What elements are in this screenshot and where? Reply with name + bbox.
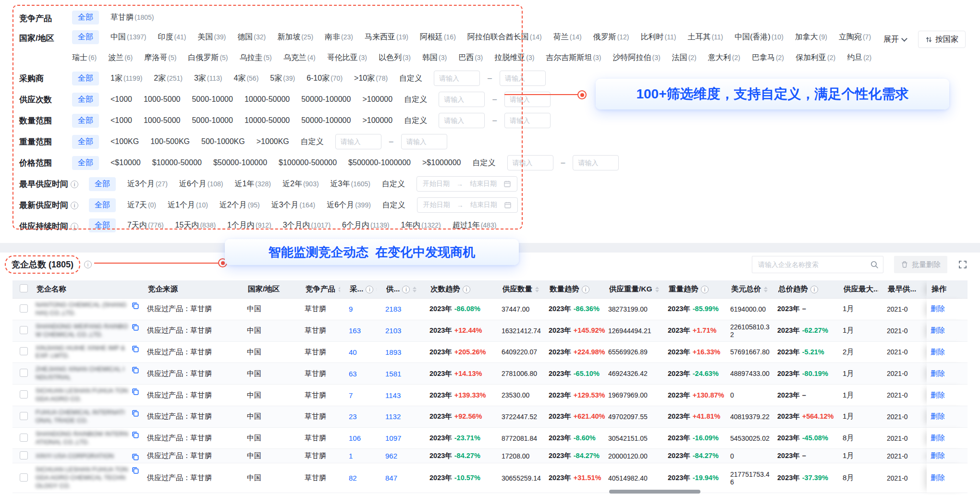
search-icon[interactable]	[870, 260, 879, 269]
filter-chip[interactable]: 吉尔吉斯斯坦(3)	[546, 51, 601, 65]
filter-chip[interactable]: 新加坡(25)	[277, 30, 313, 44]
range-min-input[interactable]	[507, 155, 553, 170]
sort-icon[interactable]	[655, 287, 659, 292]
filter-chip-all[interactable]: 全部	[72, 72, 99, 85]
copy-icon[interactable]	[131, 366, 139, 374]
filter-chip-all[interactable]: 全部	[72, 11, 99, 24]
filter-chip[interactable]: 15天内(838)	[175, 218, 216, 232]
filter-chip[interactable]: >$1000000	[422, 157, 461, 169]
filter-chip[interactable]: 加拿大(9)	[795, 30, 827, 44]
filter-chip[interactable]: 1000-5000	[144, 114, 181, 127]
filter-chip[interactable]: 近3年(1605)	[331, 177, 370, 191]
filter-chip-all[interactable]: 全部	[89, 218, 116, 232]
filter-chip[interactable]: $50000-100000	[213, 157, 267, 169]
filter-chip[interactable]: 1家(1199)	[110, 72, 142, 85]
filter-chip[interactable]: 草甘膦(1805)	[110, 11, 154, 24]
sort-icon[interactable]	[338, 287, 340, 292]
count-link[interactable]: 1581	[385, 370, 401, 378]
filter-chip[interactable]: 法国(2)	[672, 51, 697, 65]
row-checkbox[interactable]	[20, 390, 28, 398]
filter-chip[interactable]: 自定义	[301, 135, 324, 149]
delete-link[interactable]: 删除	[931, 369, 945, 377]
count-link[interactable]: 9	[349, 305, 353, 313]
filter-chip[interactable]: 波兰(6)	[108, 51, 133, 65]
range-min-input[interactable]	[439, 92, 485, 107]
filter-chip[interactable]: 3家(113)	[194, 72, 222, 85]
filter-chip[interactable]: 立陶宛(7)	[839, 30, 871, 44]
count-link[interactable]: 163	[349, 326, 361, 335]
filter-chip[interactable]: 美国(39)	[197, 30, 226, 44]
count-link[interactable]: 847	[385, 474, 397, 482]
row-checkbox[interactable]	[20, 369, 28, 377]
filter-chip-all[interactable]: 全部	[72, 135, 99, 149]
count-link[interactable]: 962	[385, 452, 397, 460]
sort-icon[interactable]	[413, 287, 416, 292]
copy-icon[interactable]	[131, 345, 139, 353]
copy-icon[interactable]	[131, 302, 139, 310]
filter-chip[interactable]: 阿根廷(16)	[420, 30, 456, 44]
filter-chip[interactable]: <$10000	[110, 157, 141, 169]
delete-link[interactable]: 删除	[931, 348, 945, 356]
count-link[interactable]: 82	[349, 474, 357, 482]
filter-chip[interactable]: 中国(香港)(10)	[735, 30, 784, 44]
row-checkbox[interactable]	[20, 304, 28, 313]
count-link[interactable]: 7	[349, 391, 353, 399]
copy-icon[interactable]	[131, 387, 139, 396]
select-all-checkbox[interactable]	[20, 284, 28, 292]
expand-button[interactable]: 展开	[883, 35, 906, 45]
delete-link[interactable]: 删除	[931, 434, 945, 442]
filter-chip[interactable]: >100000	[362, 114, 392, 127]
filter-chip[interactable]: 近1年(328)	[234, 177, 271, 191]
filter-chip[interactable]: 沙特阿拉伯(3)	[613, 51, 661, 65]
filter-chip[interactable]: 意大利(2)	[708, 51, 740, 65]
row-checkbox[interactable]	[20, 347, 28, 355]
range-min-input[interactable]	[335, 134, 381, 149]
filter-chip[interactable]: 巴西(3)	[458, 51, 483, 65]
filter-chip[interactable]: 哥伦比亚(3)	[327, 51, 367, 65]
filter-chip[interactable]: 自定义	[382, 198, 405, 212]
filter-chip[interactable]: $10000-50000	[152, 157, 202, 169]
filter-chip[interactable]: 印度(41)	[158, 30, 186, 44]
filter-chip[interactable]: 自定义	[404, 114, 427, 128]
filter-chip[interactable]: 1年内(1322)	[401, 218, 441, 232]
filter-chip[interactable]: 马来西亚(19)	[365, 30, 408, 44]
filter-chip[interactable]: 10000-50000	[245, 93, 290, 106]
filter-chip[interactable]: 中国(1397)	[110, 30, 146, 44]
filter-chip-all[interactable]: 全部	[72, 93, 99, 107]
count-link[interactable]: 2183	[385, 305, 401, 313]
filter-chip[interactable]: 5000-10000	[192, 93, 233, 106]
filter-chip[interactable]: 50000-100000	[301, 93, 351, 106]
filter-chip[interactable]: 土耳其(11)	[687, 30, 723, 44]
date-range-picker[interactable]: 开始日期→结束日期	[416, 176, 517, 192]
filter-chip[interactable]: 4家(56)	[234, 72, 259, 85]
delete-link[interactable]: 删除	[931, 326, 945, 334]
filter-chip[interactable]: 近3个月(164)	[271, 198, 316, 212]
count-link[interactable]: 2103	[385, 326, 401, 335]
filter-chip[interactable]: 500-1000KG	[201, 135, 245, 148]
count-link[interactable]: 1893	[385, 348, 401, 356]
count-link[interactable]: 1132	[385, 412, 401, 421]
filter-chip[interactable]: 南非(23)	[325, 30, 353, 44]
filter-chip[interactable]: $500000-1000000	[348, 157, 411, 169]
filter-chip[interactable]: 超过1年(483)	[453, 218, 497, 232]
delete-link[interactable]: 删除	[931, 451, 945, 459]
filter-chip[interactable]: 5家(39)	[270, 72, 295, 85]
filter-chip[interactable]: 10000-50000	[245, 114, 290, 127]
fullscreen-icon[interactable]	[958, 260, 968, 269]
sort-by-country-button[interactable]: 按国家	[918, 31, 966, 48]
delete-link[interactable]: 删除	[931, 304, 945, 313]
filter-chip[interactable]: 自定义	[399, 72, 422, 85]
filter-chip[interactable]: 自定义	[382, 177, 405, 191]
filter-chip[interactable]: 保加利亚(2)	[796, 51, 835, 65]
filter-chip[interactable]: 7天内(776)	[127, 218, 164, 232]
filter-chip[interactable]: 拉脱维亚(3)	[494, 51, 534, 65]
filter-chip[interactable]: 1个月内(912)	[227, 218, 271, 232]
filter-chip[interactable]: 近3个月(27)	[127, 177, 168, 191]
filter-chip[interactable]: 俄罗斯(12)	[593, 30, 629, 44]
filter-chip[interactable]: 巴拿马(2)	[752, 51, 784, 65]
filter-chip-all[interactable]: 全部	[72, 30, 99, 44]
filter-chip[interactable]: 5000-10000	[192, 114, 233, 127]
range-min-input[interactable]	[439, 113, 485, 128]
filter-chip[interactable]: 近7天(0)	[127, 198, 156, 212]
filter-chip[interactable]: 近6个月(399)	[327, 198, 371, 212]
